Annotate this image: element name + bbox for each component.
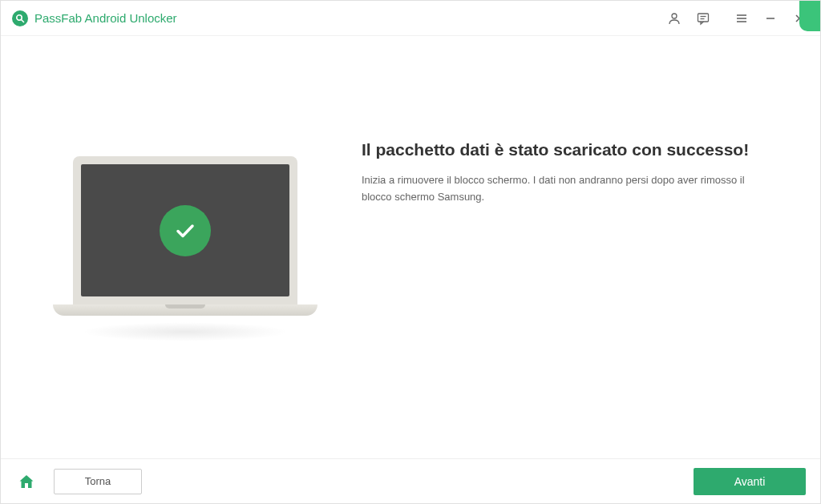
app-title: PassFab Android Unlocker: [34, 11, 177, 25]
titlebar-left: PassFab Android Unlocker: [12, 10, 177, 26]
svg-line-1: [22, 19, 24, 22]
footer: Torna Avanti: [1, 458, 820, 503]
success-checkmark-icon: [160, 205, 211, 256]
footer-left: Torna: [15, 469, 142, 494]
laptop-illustration: [49, 156, 322, 341]
next-button[interactable]: Avanti: [694, 468, 806, 495]
titlebar-controls: [660, 4, 814, 33]
titlebar: PassFab Android Unlocker: [1, 1, 820, 36]
back-button-label: Torna: [85, 475, 111, 487]
success-description: Inizia a rimuovere il blocco schermo. I …: [362, 172, 772, 206]
svg-rect-3: [698, 14, 709, 22]
text-content: Il pacchetto dati è stato scaricato con …: [362, 132, 772, 206]
success-heading: Il pacchetto dati è stato scaricato con …: [362, 140, 772, 159]
laptop-notch: [165, 304, 205, 308]
laptop-base: [53, 304, 317, 316]
next-button-label: Avanti: [734, 475, 766, 488]
laptop-bezel: [73, 156, 297, 304]
app-logo-icon: [12, 10, 28, 26]
main-content: Il pacchetto dati è stato scaricato con …: [1, 36, 820, 458]
laptop-shadow: [81, 322, 289, 341]
back-button[interactable]: Torna: [54, 469, 142, 494]
svg-point-2: [672, 14, 677, 18]
feedback-icon[interactable]: [689, 4, 718, 33]
account-icon[interactable]: [660, 4, 689, 33]
menu-icon[interactable]: [727, 4, 756, 33]
minimize-button[interactable]: [756, 4, 785, 33]
laptop-screen: [81, 164, 289, 296]
corner-badge: [799, 1, 820, 31]
home-button[interactable]: [15, 470, 38, 493]
app-window: PassFab Android Unlocker: [0, 0, 821, 504]
